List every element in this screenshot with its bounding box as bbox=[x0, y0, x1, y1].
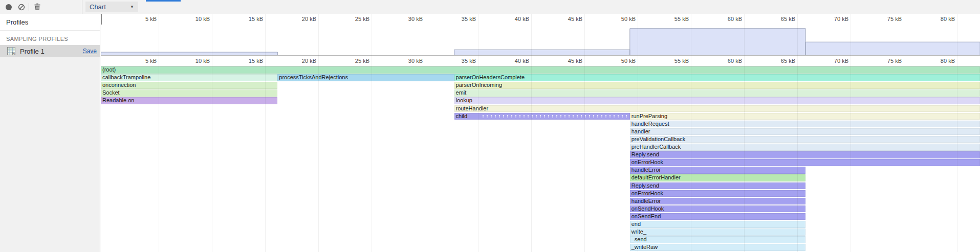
overview-area-path bbox=[101, 29, 980, 55]
axis-tick-label: 30 kB bbox=[392, 16, 423, 22]
axis-tick-label: 25 kB bbox=[339, 16, 369, 22]
axis-tick-label: 50 kB bbox=[605, 16, 636, 22]
profile-item[interactable]: % Profile 1 Save bbox=[0, 45, 100, 57]
flame-bar[interactable]: Readable.on bbox=[101, 97, 277, 104]
flame-bar[interactable]: onSendHook bbox=[630, 205, 805, 213]
sidebar-header: Profiles bbox=[0, 14, 100, 31]
delete-profile-button[interactable] bbox=[32, 2, 43, 12]
sidebar-title: Profiles bbox=[6, 18, 94, 26]
flame-bar[interactable]: preHandlerCallback bbox=[630, 144, 980, 151]
axis-tick-label: 20 kB bbox=[286, 58, 316, 64]
axis-tick-label: 75 kB bbox=[871, 16, 902, 22]
flame-chart-pane: 5 kB10 kB15 kB20 kB25 kB30 kB35 kB40 kB4… bbox=[101, 14, 980, 252]
axis-tick-label: 15 kB bbox=[232, 58, 263, 64]
axis-tick-label: 80 kB bbox=[924, 16, 955, 22]
axis-tick-label: 35 kB bbox=[445, 58, 476, 64]
sidebar-empty-area bbox=[0, 57, 100, 252]
flame-bar[interactable]: child bbox=[454, 113, 630, 120]
flame-bar[interactable]: handleRequest bbox=[630, 121, 980, 128]
axis-tick-label: 20 kB bbox=[286, 16, 316, 22]
flame-bar[interactable]: write_ bbox=[630, 228, 805, 236]
flame-bar[interactable]: lookup bbox=[454, 97, 980, 104]
flame-bar[interactable]: (root) bbox=[101, 66, 980, 74]
flame-bar[interactable]: preValidationCallback bbox=[630, 136, 980, 143]
flame-bar[interactable]: handler bbox=[630, 128, 980, 135]
flame-bar-dot-pattern bbox=[481, 114, 627, 119]
active-tab-indicator bbox=[146, 0, 181, 2]
axis-tick-label: 40 kB bbox=[498, 58, 529, 64]
axis-tick-label: 60 kB bbox=[711, 16, 742, 22]
flame-bar[interactable]: onconnection bbox=[101, 82, 277, 89]
flame-bar[interactable]: runPreParsing bbox=[630, 113, 980, 120]
flame-bar[interactable]: parserOnHeadersComplete bbox=[454, 74, 980, 81]
flame-bar[interactable]: Socket bbox=[101, 89, 277, 97]
axis-tick-label: 45 kB bbox=[552, 16, 582, 22]
flame-bar[interactable]: _writeRaw bbox=[630, 244, 805, 251]
axis-tick-label: 30 kB bbox=[392, 58, 423, 64]
clear-button[interactable] bbox=[16, 2, 27, 12]
axis-tick-label: 55 kB bbox=[658, 58, 689, 64]
sampling-profiles-section-label: SAMPLING PROFILES bbox=[0, 31, 100, 45]
axis-tick-label: 15 kB bbox=[232, 16, 263, 22]
view-mode-value: Chart bbox=[85, 3, 130, 11]
axis-tick-label: 25 kB bbox=[339, 58, 369, 64]
axis-tick-label: 50 kB bbox=[605, 58, 636, 64]
flame-bar[interactable]: end bbox=[630, 221, 805, 228]
flame-bar[interactable]: Reply.send bbox=[630, 151, 980, 158]
axis-tick-label: 10 kB bbox=[179, 16, 210, 22]
flame-bar[interactable]: Reply.send bbox=[630, 182, 805, 190]
axis-tick-label: 65 kB bbox=[765, 58, 795, 64]
flame-bar[interactable]: routeHandler bbox=[454, 105, 980, 112]
profile-name: Profile 1 bbox=[20, 48, 83, 55]
chevron-down-icon: ▼ bbox=[130, 5, 138, 9]
svg-text:%: % bbox=[12, 52, 15, 55]
profiler-toolbar: Chart ▼ bbox=[0, 0, 980, 14]
axis-tick-label: 40 kB bbox=[498, 16, 529, 22]
flame-bar[interactable]: onErrorHook bbox=[630, 159, 980, 166]
flame-chart: (root)callbackTrampolineprocessTicksAndR… bbox=[101, 66, 980, 252]
axis-tick-label: 70 kB bbox=[818, 16, 848, 22]
toolbar-separator bbox=[29, 3, 29, 11]
axis-tick-label: 10 kB bbox=[179, 58, 210, 64]
record-icon bbox=[6, 4, 12, 10]
axis-tick-label: 65 kB bbox=[765, 16, 795, 22]
flame-bar[interactable]: onSendEnd bbox=[630, 213, 805, 220]
flame-bar[interactable]: _send bbox=[630, 236, 805, 243]
flame-bar[interactable]: defaultErrorHandler bbox=[630, 174, 805, 181]
flame-bar[interactable]: emit bbox=[454, 89, 980, 97]
axis-tick-label: 45 kB bbox=[552, 58, 582, 64]
axis-tick-label: 5 kB bbox=[126, 16, 157, 22]
flame-bar[interactable]: processTicksAndRejections bbox=[277, 74, 454, 81]
axis-tick-label: 75 kB bbox=[871, 58, 902, 64]
axis-tick-label: 60 kB bbox=[711, 58, 742, 64]
flame-bar[interactable]: handleError bbox=[630, 198, 805, 205]
axis-tick-label: 80 kB bbox=[924, 58, 955, 64]
axis-tick-label: 35 kB bbox=[445, 16, 476, 22]
memory-profiler-panel: Chart ▼ Profiles SAMPLING PROFILES % Pro… bbox=[0, 0, 980, 252]
axis-tick-label: 5 kB bbox=[126, 58, 157, 64]
record-button[interactable] bbox=[3, 2, 14, 12]
memory-ruler-top: 5 kB10 kB15 kB20 kB25 kB30 kB35 kB40 kB4… bbox=[101, 14, 980, 25]
flame-bar[interactable]: handleError bbox=[630, 167, 805, 174]
clear-icon bbox=[18, 4, 25, 11]
trash-icon bbox=[34, 3, 41, 11]
heap-profile-icon: % bbox=[7, 47, 15, 55]
save-link[interactable]: Save bbox=[83, 48, 97, 55]
ruler-origin-marker bbox=[101, 14, 102, 25]
flame-bar[interactable]: onErrorHook bbox=[630, 190, 805, 197]
memory-ruler-bottom: 5 kB10 kB15 kB20 kB25 kB30 kB35 kB40 kB4… bbox=[101, 56, 980, 66]
toolbar-panel-separator bbox=[82, 0, 82, 14]
axis-tick-label: 70 kB bbox=[818, 58, 848, 64]
flame-bar[interactable]: parserOnIncoming bbox=[454, 82, 980, 89]
memory-overview[interactable] bbox=[101, 25, 980, 56]
profiles-sidebar: Profiles SAMPLING PROFILES % Profile 1 S… bbox=[0, 14, 100, 252]
axis-tick-label: 55 kB bbox=[658, 16, 689, 22]
view-mode-select[interactable]: Chart ▼ bbox=[85, 2, 138, 12]
flame-bar[interactable]: callbackTrampoline bbox=[101, 74, 277, 81]
